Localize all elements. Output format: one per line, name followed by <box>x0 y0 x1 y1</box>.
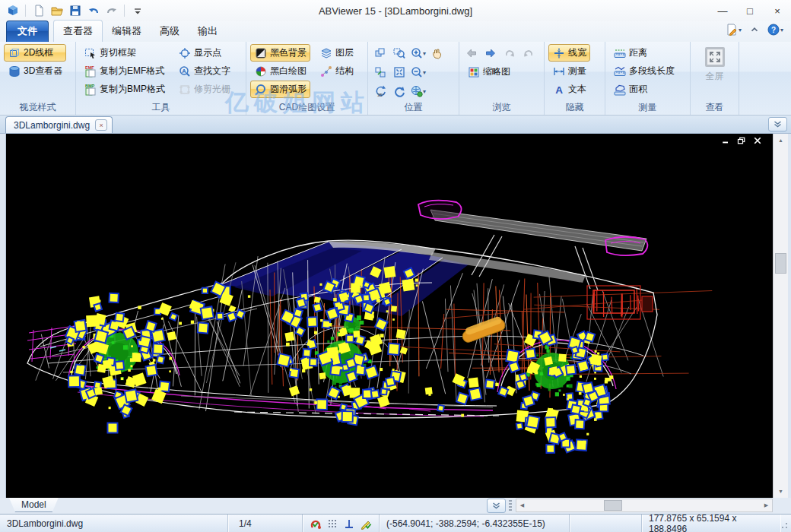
copy-bmp-button[interactable]: BMP复制为BMP格式 <box>80 81 169 98</box>
zoom-window-button[interactable] <box>391 46 408 62</box>
copy-entity-button[interactable] <box>372 46 389 62</box>
zoom-out-button[interactable]: ▾ <box>410 65 427 81</box>
clip-frame-button[interactable]: 剪切框架 <box>80 44 169 62</box>
bw-draw-button[interactable]: 黑白绘图 <box>250 62 310 80</box>
redo-button[interactable] <box>103 3 119 19</box>
vertical-scrollbar[interactable]: ▲ ▼ <box>773 134 788 498</box>
vertex-marker <box>380 334 384 337</box>
nav-undo-button[interactable] <box>501 46 518 62</box>
bw-draw-icon <box>254 65 267 78</box>
area-button[interactable]: 面积 <box>609 81 678 98</box>
ortho-icon[interactable] <box>343 518 355 530</box>
snap-icon[interactable] <box>310 518 322 530</box>
scroll-down-icon[interactable]: ▼ <box>774 485 788 498</box>
help-icon: ? <box>767 24 780 36</box>
vertex-marker <box>121 378 123 380</box>
redraw-button[interactable] <box>391 84 408 100</box>
drawing-canvas[interactable] <box>6 134 773 498</box>
scroll-up-icon[interactable]: ▲ <box>774 134 788 147</box>
zoom-window-icon <box>393 47 405 59</box>
structure-button[interactable]: 结构 <box>316 62 357 80</box>
vertex-marker <box>376 299 380 302</box>
splitter-handle[interactable] <box>509 500 512 511</box>
thumbnails-button[interactable]: 缩略图 <box>463 63 537 81</box>
button-label: 图层 <box>335 46 354 59</box>
tab-menu-3[interactable]: 高级 <box>151 21 189 42</box>
wireframe-2d-button[interactable]: 2D线框 <box>4 44 66 62</box>
grid-icon[interactable] <box>326 518 338 530</box>
mdi-minimize-button[interactable] <box>721 136 730 145</box>
open-file-button[interactable] <box>49 3 65 19</box>
nav-redo-button[interactable] <box>520 46 537 62</box>
tab-list-button[interactable] <box>768 117 787 131</box>
copy-emf-button[interactable]: EMF复制为EMF格式 <box>80 62 169 80</box>
scroll-right-icon[interactable]: ▶ <box>761 502 772 508</box>
measure-tool-button[interactable]: 测量 <box>548 62 590 80</box>
toolbar-options-button[interactable] <box>129 3 145 19</box>
save-file-button[interactable] <box>67 3 83 19</box>
pan-hand-button[interactable] <box>429 46 446 62</box>
tab-file[interactable]: 文件 <box>6 21 49 42</box>
car-wireframe[interactable] <box>6 134 773 498</box>
horizontal-scroll-thumb[interactable] <box>604 500 622 511</box>
tab-menu-1[interactable]: 查看器 <box>53 20 103 42</box>
forward-button[interactable] <box>482 46 499 62</box>
tab-menu-4[interactable]: 输出 <box>189 21 227 42</box>
mdi-close-button[interactable] <box>753 136 762 145</box>
draw-icon[interactable] <box>360 518 372 530</box>
menu-right-icons: ▾?▾ <box>726 24 783 36</box>
polyline-length-button[interactable]: 多段线长度 <box>609 62 678 80</box>
vertex-marker <box>363 281 370 288</box>
paste-entity-button[interactable] <box>372 65 389 81</box>
save-file-icon <box>69 5 81 17</box>
layout-list-button[interactable] <box>487 499 506 513</box>
vertical-scroll-thumb[interactable] <box>775 253 786 274</box>
viewer-3d-button[interactable]: 3D查看器 <box>4 62 66 80</box>
distance-button[interactable]: 距离 <box>609 44 678 62</box>
vertex-marker <box>535 371 538 374</box>
vertex-marker <box>545 417 555 427</box>
close-button[interactable]: × <box>764 1 791 21</box>
find-text-button[interactable]: A查找文字 <box>174 62 234 80</box>
zoom-world-button[interactable]: ▾ <box>410 84 427 100</box>
help-button[interactable]: ?▾ <box>767 24 783 36</box>
text-a-button[interactable]: A文本 <box>548 81 590 98</box>
document-tab[interactable]: 3DLamborgini.dwg × <box>5 116 113 133</box>
crop-raster-button[interactable]: 修剪光栅 <box>174 81 234 98</box>
vertex-marker <box>357 366 361 369</box>
linewidth-button[interactable]: 线宽 <box>548 44 590 62</box>
layers-button[interactable]: 图层 <box>316 44 357 62</box>
area-icon <box>613 83 626 96</box>
scroll-left-icon[interactable]: ◀ <box>516 502 528 508</box>
back-button[interactable] <box>463 46 480 62</box>
smooth-arc-button[interactable]: 圆滑弧形 <box>250 81 310 98</box>
horizontal-scrollbar[interactable]: ◀ ▶ <box>516 499 773 512</box>
black-bg-button[interactable]: 黑色背景 <box>250 44 310 62</box>
show-points-button[interactable]: 显示点 <box>174 44 234 62</box>
vertex-marker <box>339 349 343 353</box>
vertex-marker <box>610 375 614 379</box>
vertex-marker <box>550 369 554 373</box>
app-icon[interactable] <box>5 3 21 19</box>
vertex-marker <box>498 387 508 397</box>
ribbon-group-5: 线宽测量A文本隐藏 <box>545 42 605 115</box>
minimize-button[interactable]: — <box>709 1 736 21</box>
fullscreen-button[interactable]: 全屏 <box>694 46 735 100</box>
collapse-ribbon-button[interactable] <box>749 24 760 35</box>
tab-menu-2[interactable]: 编辑器 <box>103 21 151 42</box>
zoom-extents-button[interactable] <box>391 65 408 81</box>
vertex-marker <box>145 321 156 331</box>
resize-grip[interactable] <box>780 515 791 532</box>
new-file-button[interactable] <box>30 3 46 19</box>
maximize-button[interactable]: □ <box>736 1 764 21</box>
close-icon[interactable]: × <box>95 119 107 131</box>
button-label: 圆滑弧形 <box>270 83 307 96</box>
vertex-marker <box>579 392 582 395</box>
rotate-35-button[interactable]: 35° <box>372 84 389 100</box>
mdi-restore-button[interactable] <box>737 136 746 145</box>
zoom-in-button[interactable]: ▾ <box>410 46 427 62</box>
model-tab[interactable]: Model <box>9 498 59 512</box>
annotate-button[interactable]: ▾ <box>726 24 742 36</box>
undo-button[interactable] <box>85 3 101 19</box>
vertex-marker <box>582 366 586 370</box>
